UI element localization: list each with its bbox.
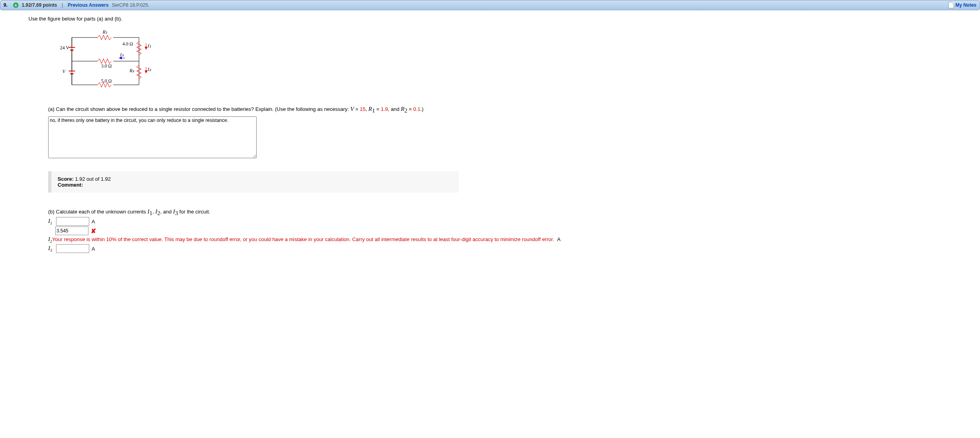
question-number: 9. xyxy=(4,2,8,8)
i2-feedback: Your response is within 10% of the corre… xyxy=(52,236,554,242)
notes-icon xyxy=(948,2,954,8)
previous-answers-link[interactable]: Previous Answers xyxy=(68,2,109,8)
label-24v: 24 V xyxy=(60,45,69,51)
label-i1: I₁ xyxy=(147,43,151,49)
i2-input[interactable] xyxy=(55,226,88,235)
circuit-diagram: R₁ 24 V 4.0 Ω I₁ I₃ 3.0 Ω V R₂ I₂ 5.0 Ω xyxy=(60,26,163,97)
label-4ohm: 4.0 Ω xyxy=(122,41,133,47)
i3-row: I3 A xyxy=(48,244,980,253)
label-5ohm: 5.0 Ω xyxy=(101,78,112,84)
i2-unit: A xyxy=(557,236,561,242)
label-i3: I₃ xyxy=(120,52,124,58)
i3-input[interactable] xyxy=(56,244,89,253)
feedback-box: Score: 1.92 out of 1.92 Comment: xyxy=(48,171,459,193)
header-left: 9. + 1.92/7.69 points | Previous Answers… xyxy=(4,2,149,8)
separator: | xyxy=(62,2,63,8)
label-v: V xyxy=(62,69,66,74)
i1-label: I1 xyxy=(48,218,55,225)
label-i2: I₂ xyxy=(147,67,152,72)
var-r1: R xyxy=(368,106,372,112)
i1-unit: A xyxy=(92,219,95,225)
question-prompt: Use the figure below for parts (a) and (… xyxy=(28,16,980,22)
part-a-answer-textarea[interactable] xyxy=(48,116,257,158)
val-r2: 0.1 xyxy=(413,106,421,112)
label-3ohm: 3.0 Ω xyxy=(101,63,112,69)
i3-label: I3 xyxy=(48,245,55,253)
i3-unit: A xyxy=(92,246,95,252)
question-body: Use the figure below for parts (a) and (… xyxy=(0,10,980,262)
i2-row: I2Your response is within 10% of the cor… xyxy=(48,236,980,243)
part-a-question: (a) Can the circuit shown above be reduc… xyxy=(48,106,980,114)
my-notes-link[interactable]: My Notes xyxy=(948,2,976,8)
question-ref: SerCP8 18.P.025. xyxy=(112,2,149,8)
i1-input[interactable] xyxy=(56,217,89,226)
part-b-question: (b) Calculate each of the unknown curren… xyxy=(48,208,980,217)
label-r1: R₁ xyxy=(102,29,107,35)
comment-label: Comment: xyxy=(58,182,83,188)
circuit-figure: R₁ 24 V 4.0 Ω I₁ I₃ 3.0 Ω V R₂ I₂ 5.0 Ω xyxy=(60,26,980,98)
expand-icon[interactable]: + xyxy=(13,2,19,8)
i2-label: I2 xyxy=(48,236,52,242)
i1-row: I1 A xyxy=(48,217,980,226)
question-header: 9. + 1.92/7.69 points | Previous Answers… xyxy=(0,0,980,10)
points-display: 1.92/7.69 points xyxy=(22,2,57,8)
part-a-text: (a) Can the circuit shown above be reduc… xyxy=(48,106,350,112)
val-r1: 1.9 xyxy=(381,106,388,112)
val-v: 15 xyxy=(360,106,365,112)
score-label: Score: xyxy=(58,176,73,182)
label-r2: R₂ xyxy=(129,68,135,73)
incorrect-icon: ✘ xyxy=(91,227,96,235)
my-notes-label: My Notes xyxy=(956,2,976,8)
score-value: 1.92 out of 1.92 xyxy=(73,176,111,182)
i2-input-row: ✘ xyxy=(55,226,980,235)
part-b: (b) Calculate each of the unknown curren… xyxy=(48,208,980,253)
var-r2: R xyxy=(401,106,404,112)
